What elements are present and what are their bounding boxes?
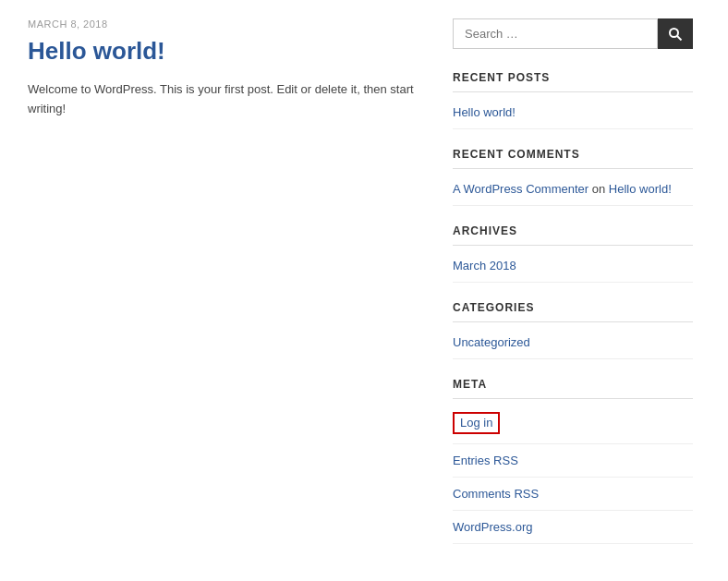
recent-posts-section: RECENT POSTS Hello world! bbox=[453, 71, 693, 129]
category-link[interactable]: Uncategorized bbox=[453, 332, 693, 353]
divider bbox=[453, 128, 693, 129]
main-content: March 8, 2018 Hello world! Welcome to Wo… bbox=[28, 18, 416, 563]
archives-title: ARCHIVES bbox=[453, 224, 693, 246]
login-link-wrapper: Log in bbox=[453, 412, 500, 434]
recent-comment-item: A WordPress Commenter on Hello world! bbox=[453, 178, 693, 200]
divider bbox=[453, 477, 693, 478]
divider bbox=[453, 282, 693, 283]
meta-title: META bbox=[453, 378, 693, 399]
post-title: Hello world! bbox=[28, 37, 416, 66]
categories-section: CATEGORIES Uncategorized bbox=[453, 301, 693, 359]
comment-post-link[interactable]: Hello world! bbox=[609, 182, 672, 196]
search-button[interactable] bbox=[658, 18, 693, 49]
svg-point-0 bbox=[670, 29, 678, 37]
post-excerpt: Welcome to WordPress. This is your first… bbox=[28, 80, 416, 119]
sidebar: RECENT POSTS Hello world! RECENT COMMENT… bbox=[453, 18, 693, 563]
recent-comments-title: RECENT COMMENTS bbox=[453, 148, 693, 169]
divider bbox=[453, 543, 693, 544]
login-link[interactable]: Log in bbox=[460, 416, 492, 430]
archives-section: ARCHIVES March 2018 bbox=[453, 224, 693, 283]
divider bbox=[453, 443, 693, 444]
commenter-link[interactable]: A WordPress Commenter bbox=[453, 182, 588, 196]
archive-link[interactable]: March 2018 bbox=[453, 255, 693, 276]
search-input[interactable] bbox=[453, 18, 658, 49]
recent-posts-title: RECENT POSTS bbox=[453, 71, 693, 92]
divider bbox=[453, 510, 693, 511]
search-widget bbox=[453, 18, 693, 49]
search-icon bbox=[668, 27, 683, 42]
on-text: on bbox=[592, 182, 609, 196]
entries-rss-link[interactable]: Entries RSS bbox=[453, 450, 693, 471]
recent-post-link[interactable]: Hello world! bbox=[453, 102, 693, 123]
categories-title: CATEGORIES bbox=[453, 301, 693, 322]
wordpress-org-link[interactable]: WordPress.org bbox=[453, 516, 693, 538]
meta-section: META Log in Entries RSS Comments RSS Wor… bbox=[453, 378, 693, 544]
recent-comments-section: RECENT COMMENTS A WordPress Commenter on… bbox=[453, 148, 693, 206]
comments-rss-link[interactable]: Comments RSS bbox=[453, 483, 693, 504]
post-date: March 8, 2018 bbox=[28, 18, 416, 30]
divider bbox=[453, 205, 693, 206]
svg-line-1 bbox=[677, 36, 682, 41]
divider bbox=[453, 358, 693, 359]
